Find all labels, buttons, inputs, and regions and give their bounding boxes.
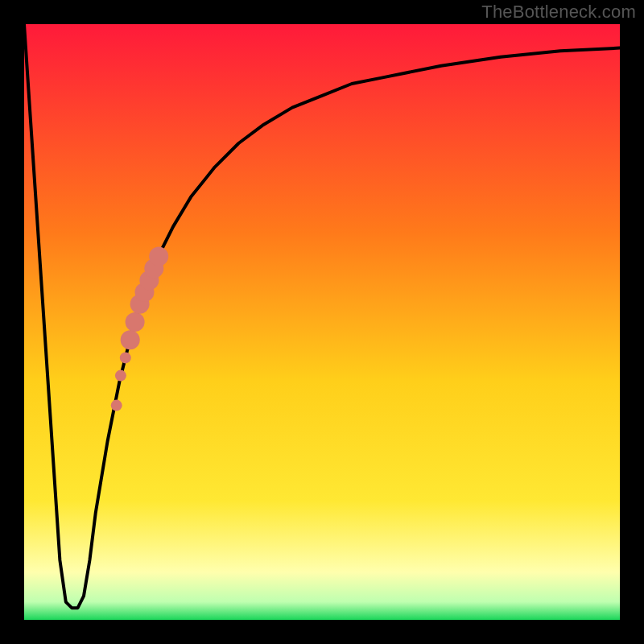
chart-svg — [0, 0, 644, 644]
highlight-dot — [149, 247, 168, 266]
highlight-dot — [111, 400, 122, 411]
plot-area — [24, 24, 620, 620]
gradient-background — [24, 24, 620, 620]
chart-container: TheBottleneck.com — [0, 0, 644, 644]
highlight-dot — [121, 330, 140, 349]
highlight-dot — [115, 370, 126, 382]
highlight-dot — [120, 352, 131, 363]
highlight-dot — [126, 312, 145, 332]
watermark-text: TheBottleneck.com — [481, 2, 636, 23]
